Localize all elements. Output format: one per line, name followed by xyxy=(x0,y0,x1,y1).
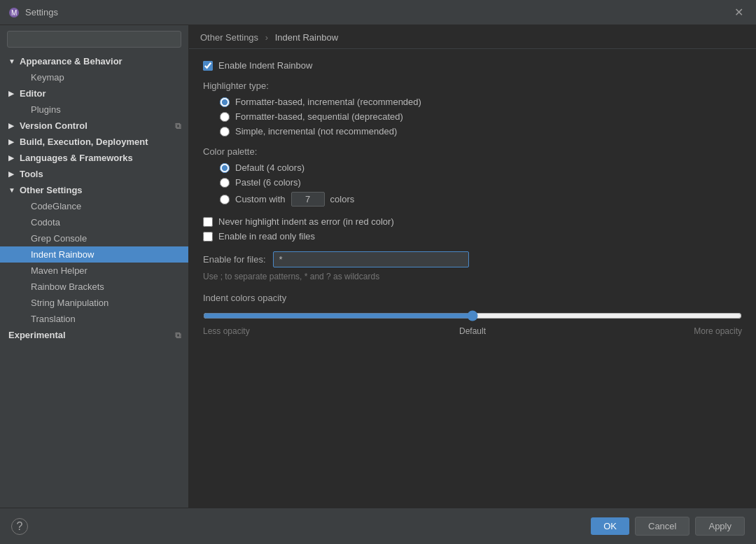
sidebar-item-grep-console[interactable]: Grep Console xyxy=(0,230,188,246)
sidebar-label-build: Build, Execution, Deployment xyxy=(20,137,148,147)
sidebar-item-plugins[interactable]: Plugins xyxy=(0,102,188,118)
copy-icon-experimental: ⧉ xyxy=(175,330,181,340)
sidebar-label-editor: Editor xyxy=(20,88,46,99)
sidebar-item-translation[interactable]: Translation xyxy=(0,311,188,327)
enable-indent-rainbow-checkbox[interactable] xyxy=(203,61,213,71)
opacity-label: Indent colors opacity xyxy=(203,293,742,303)
highlighter-option-0: Formatter-based, incremental (recommende… xyxy=(220,97,742,107)
opacity-less-label: Less opacity xyxy=(203,326,250,336)
breadcrumb-parent: Other Settings xyxy=(200,32,258,43)
breadcrumb: Other Settings › Indent Rainbow xyxy=(189,25,756,49)
sidebar-label-languages: Languages & Frameworks xyxy=(20,153,133,163)
enable-for-files-label: Enable for files: xyxy=(203,254,266,265)
enable-for-files-input[interactable] xyxy=(273,251,469,267)
files-hint: Use ; to separate patterns, * and ? as w… xyxy=(203,272,742,281)
palette-radio-1[interactable] xyxy=(220,178,230,188)
sidebar-item-indent-rainbow[interactable]: Indent Rainbow xyxy=(0,246,188,263)
color-palette-label: Color palette: xyxy=(203,146,742,157)
enable-indent-rainbow-row: Enable Indent Rainbow xyxy=(203,60,742,71)
sidebar-label-grep-console: Grep Console xyxy=(31,233,87,244)
sidebar-item-editor[interactable]: ▶Editor xyxy=(0,85,188,102)
sidebar-item-codeglance[interactable]: CodeGlance xyxy=(0,198,188,214)
slider-labels: Less opacity Default More opacity xyxy=(203,326,742,336)
main-layout: ▼Appearance & BehaviorKeymap▶EditorPlugi… xyxy=(0,25,756,508)
sidebar-item-codota[interactable]: Codota xyxy=(0,214,188,230)
sidebar-item-rainbow-brackets[interactable]: Rainbow Brackets xyxy=(0,279,188,295)
arrow-icon-build: ▶ xyxy=(8,138,15,146)
highlighter-radio-0[interactable] xyxy=(220,97,230,107)
breadcrumb-separator: › xyxy=(265,32,268,43)
palette-label-1: Pastel (6 colors) xyxy=(235,177,301,188)
sidebar-item-tools[interactable]: ▶Tools xyxy=(0,166,188,182)
sidebar-label-translation: Translation xyxy=(31,314,76,324)
sidebar-item-appearance[interactable]: ▼Appearance & Behavior xyxy=(0,53,188,69)
sidebar-label-version-control: Version Control xyxy=(20,120,88,131)
sidebar-label-appearance: Appearance & Behavior xyxy=(20,56,122,67)
sidebar-label-indent-rainbow: Indent Rainbow xyxy=(31,249,94,260)
enable-indent-rainbow-label: Enable Indent Rainbow xyxy=(218,60,312,71)
sidebar-item-keymap[interactable]: Keymap xyxy=(0,69,188,85)
app-icon: M xyxy=(8,7,20,18)
copy-icon-version-control: ⧉ xyxy=(175,121,181,131)
palette-label-2: Custom with xyxy=(235,194,286,204)
arrow-icon-appearance: ▼ xyxy=(8,57,15,65)
content-area: Other Settings › Indent Rainbow Enable I… xyxy=(189,25,756,508)
arrow-icon-languages: ▶ xyxy=(8,154,15,162)
custom-colors-suffix: colors xyxy=(330,194,355,204)
highlighter-type-label: Highlighter type: xyxy=(203,81,742,91)
enable-readonly-checkbox[interactable] xyxy=(203,232,213,242)
settings-panel: Enable Indent Rainbow Highlighter type: … xyxy=(189,49,756,508)
sidebar-label-string-manipulation: String Manipulation xyxy=(31,298,108,308)
sidebar-label-plugins: Plugins xyxy=(31,104,61,115)
opacity-more-label: More opacity xyxy=(694,326,742,336)
color-option-1: Pastel (6 colors) xyxy=(220,177,742,188)
highlighter-radio-group: Formatter-based, incremental (recommende… xyxy=(220,97,742,137)
arrow-icon-editor: ▶ xyxy=(8,90,15,97)
extra-checkboxes: Never highlight indent as error (in red … xyxy=(203,216,742,242)
sidebar-item-other-settings[interactable]: ▼Other Settings xyxy=(0,182,188,198)
sidebar-item-string-manipulation[interactable]: String Manipulation xyxy=(0,295,188,311)
never-highlight-checkbox[interactable] xyxy=(203,217,213,227)
nav-list: ▼Appearance & BehaviorKeymap▶EditorPlugi… xyxy=(0,53,188,343)
sidebar-label-keymap: Keymap xyxy=(31,72,64,83)
cancel-button[interactable]: Cancel xyxy=(635,517,690,536)
sidebar: ▼Appearance & BehaviorKeymap▶EditorPlugi… xyxy=(0,25,189,508)
color-palette-radio-group: Default (4 colors) Pastel (6 colors) Cus… xyxy=(220,162,742,207)
apply-button[interactable]: Apply xyxy=(695,517,745,536)
breadcrumb-current: Indent Rainbow xyxy=(275,32,338,43)
sidebar-label-rainbow-brackets: Rainbow Brackets xyxy=(31,281,104,292)
highlighter-radio-1[interactable] xyxy=(220,112,230,122)
highlighter-option-2: Simple, incremental (not recommended) xyxy=(220,126,742,137)
sidebar-label-tools: Tools xyxy=(20,169,43,179)
color-option-2: Custom with colors xyxy=(220,192,742,207)
highlighter-radio-2[interactable] xyxy=(220,127,230,137)
sidebar-item-version-control[interactable]: ▶Version Control⧉ xyxy=(0,118,188,134)
enable-readonly-label: Enable in read only files xyxy=(218,231,315,242)
close-button[interactable]: ✕ xyxy=(730,4,748,20)
palette-radio-0[interactable] xyxy=(220,163,230,173)
enable-readonly-row: Enable in read only files xyxy=(203,231,742,242)
search-input[interactable] xyxy=(7,31,181,48)
never-highlight-label: Never highlight indent as error (in red … xyxy=(218,216,394,227)
palette-radio-2[interactable] xyxy=(220,195,230,204)
enable-for-files-row: Enable for files: xyxy=(203,251,742,267)
opacity-slider[interactable] xyxy=(203,310,742,321)
never-highlight-row: Never highlight indent as error (in red … xyxy=(203,216,742,227)
svg-text:M: M xyxy=(11,9,17,17)
sidebar-label-maven-helper: Maven Helper xyxy=(31,265,88,276)
palette-label-0: Default (4 colors) xyxy=(235,162,304,173)
sidebar-item-maven-helper[interactable]: Maven Helper xyxy=(0,263,188,279)
custom-colors-input[interactable] xyxy=(291,192,325,207)
arrow-icon-other-settings: ▼ xyxy=(8,186,15,194)
highlighter-label-0: Formatter-based, incremental (recommende… xyxy=(235,97,421,107)
help-button[interactable]: ? xyxy=(11,518,28,535)
sidebar-item-build[interactable]: ▶Build, Execution, Deployment xyxy=(0,134,188,150)
sidebar-item-languages[interactable]: ▶Languages & Frameworks xyxy=(0,150,188,166)
color-option-0: Default (4 colors) xyxy=(220,162,742,173)
arrow-icon-tools: ▶ xyxy=(8,170,15,178)
title-bar: M Settings ✕ xyxy=(0,0,756,25)
sidebar-label-codeglance: CodeGlance xyxy=(31,201,81,211)
sidebar-label-experimental: Experimental xyxy=(8,330,66,340)
ok-button[interactable]: OK xyxy=(591,517,629,535)
sidebar-item-experimental[interactable]: Experimental⧉ xyxy=(0,327,188,343)
